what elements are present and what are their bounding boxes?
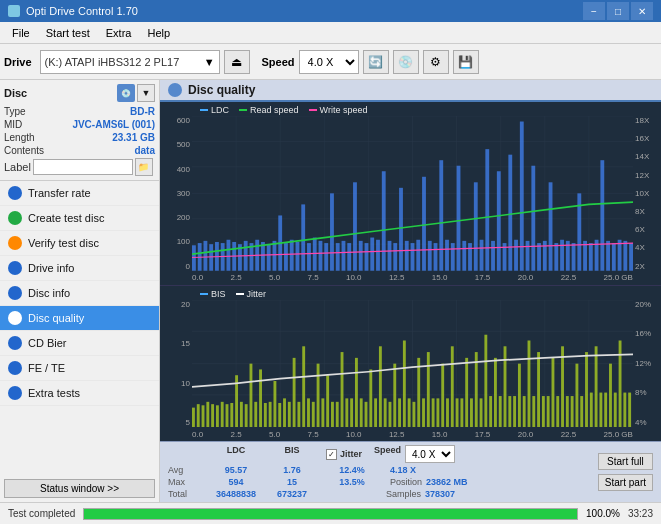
svg-rect-41 xyxy=(336,243,340,271)
sidebar-item-create-test-disc[interactable]: Create test disc xyxy=(0,206,159,231)
progress-label: 100.0% xyxy=(586,508,620,519)
create-test-disc-label: Create test disc xyxy=(28,212,104,224)
svg-rect-167 xyxy=(480,398,483,427)
menu-file[interactable]: File xyxy=(4,25,38,41)
svg-rect-152 xyxy=(408,398,411,427)
svg-rect-39 xyxy=(324,243,328,271)
sidebar-item-disc-info[interactable]: Disc info xyxy=(0,281,159,306)
sidebar-item-drive-info[interactable]: Drive info xyxy=(0,256,159,281)
svg-rect-114 xyxy=(226,404,229,427)
drive-selector[interactable]: (K:) ATAPI iHBS312 2 PL17 ▼ xyxy=(40,50,220,74)
refresh-button[interactable]: 🔄 xyxy=(363,50,389,74)
svg-rect-43 xyxy=(347,243,351,271)
settings-button[interactable]: ⚙ xyxy=(423,50,449,74)
svg-rect-111 xyxy=(211,404,214,427)
svg-rect-198 xyxy=(628,392,631,427)
sidebar-item-extra-tests[interactable]: Extra tests xyxy=(0,381,159,406)
svg-rect-46 xyxy=(365,243,369,271)
svg-rect-197 xyxy=(623,392,626,427)
svg-rect-67 xyxy=(485,149,489,271)
disc-quality-title: Disc quality xyxy=(188,83,255,97)
svg-rect-117 xyxy=(240,402,243,427)
svg-rect-37 xyxy=(313,238,317,271)
y-axis-left-1: 6005004003002001000 xyxy=(160,116,192,271)
svg-rect-188 xyxy=(580,396,583,427)
verify-test-disc-icon xyxy=(8,236,22,250)
disc-section-header: Disc xyxy=(4,87,27,99)
sidebar-item-cd-bier[interactable]: CD Bier xyxy=(0,331,159,356)
x-axis-1: 0.02.55.07.510.012.515.017.520.022.525.0… xyxy=(192,271,633,285)
minimize-button[interactable]: − xyxy=(583,2,605,20)
svg-rect-182 xyxy=(552,358,555,427)
svg-rect-34 xyxy=(296,242,300,271)
svg-rect-177 xyxy=(528,340,531,427)
svg-rect-74 xyxy=(526,241,530,271)
jitter-col-header: Jitter xyxy=(340,449,362,459)
stats-speed-select[interactable]: 4.0 XMax xyxy=(405,445,455,463)
toolbar: Drive (K:) ATAPI iHBS312 2 PL17 ▼ ⏏ Spee… xyxy=(0,44,661,80)
status-window-button[interactable]: Status window >> xyxy=(4,479,155,498)
legend-ldc: LDC xyxy=(211,105,229,115)
sidebar-item-fe-te[interactable]: FE / TE xyxy=(0,356,159,381)
max-bis: 15 xyxy=(266,477,318,487)
disc-quality-icon xyxy=(8,311,22,325)
sidebar-item-verify-test-disc[interactable]: Verify test disc xyxy=(0,231,159,256)
bis-chart: BIS Jitter 2015105 20%16%12%8%4% xyxy=(160,286,661,441)
svg-rect-145 xyxy=(374,398,377,427)
speed-select[interactable]: 4.0 X 2.0 X 8.0 X Max xyxy=(299,50,359,74)
charts-container: LDC Read speed Write speed 6005004003002… xyxy=(160,102,661,441)
label-browse-button[interactable]: 📁 xyxy=(135,158,153,176)
bis-chart-svg xyxy=(192,300,633,427)
svg-rect-121 xyxy=(259,369,262,427)
mid-value: JVC-AMS6L (001) xyxy=(72,119,155,130)
menu-help[interactable]: Help xyxy=(139,25,178,41)
label-input[interactable] xyxy=(33,159,133,175)
title-bar: Opti Drive Control 1.70 − □ ✕ xyxy=(0,0,661,22)
svg-rect-45 xyxy=(359,241,363,271)
position-label: Position xyxy=(390,477,422,487)
svg-rect-142 xyxy=(360,398,363,427)
eject-button[interactable]: ⏏ xyxy=(224,50,250,74)
svg-rect-173 xyxy=(508,396,511,427)
svg-rect-183 xyxy=(556,396,559,427)
start-part-button[interactable]: Start part xyxy=(598,474,653,491)
disc-button[interactable]: 💿 xyxy=(393,50,419,74)
svg-rect-47 xyxy=(370,238,374,271)
jitter-checkbox[interactable]: ✓ xyxy=(326,449,337,460)
samples-label: Samples xyxy=(386,489,421,499)
svg-rect-166 xyxy=(475,352,478,427)
samples-val: 378307 xyxy=(425,489,455,499)
maximize-button[interactable]: □ xyxy=(607,2,629,20)
svg-rect-138 xyxy=(341,352,344,427)
sidebar-item-transfer-rate[interactable]: Transfer rate xyxy=(0,181,159,206)
svg-rect-126 xyxy=(283,398,286,427)
svg-rect-38 xyxy=(319,241,323,271)
svg-rect-63 xyxy=(462,241,466,271)
svg-rect-36 xyxy=(307,243,311,271)
mid-key: MID xyxy=(4,119,22,130)
progress-bar-container xyxy=(83,508,578,520)
svg-rect-75 xyxy=(531,166,535,271)
drive-label: Drive xyxy=(4,56,32,68)
svg-rect-72 xyxy=(514,240,518,271)
disc-options-button[interactable]: ▼ xyxy=(137,84,155,102)
menu-extra[interactable]: Extra xyxy=(98,25,140,41)
contents-value: data xyxy=(134,145,155,156)
svg-rect-118 xyxy=(245,404,248,427)
svg-rect-35 xyxy=(301,204,305,270)
svg-rect-195 xyxy=(614,392,617,427)
save-button[interactable]: 💾 xyxy=(453,50,479,74)
close-button[interactable]: ✕ xyxy=(631,2,653,20)
svg-rect-109 xyxy=(202,405,205,427)
svg-rect-178 xyxy=(532,396,535,427)
svg-rect-157 xyxy=(432,398,435,427)
sidebar-item-disc-quality[interactable]: Disc quality xyxy=(0,306,159,331)
create-test-disc-icon xyxy=(8,211,22,225)
svg-rect-133 xyxy=(317,363,320,427)
svg-rect-171 xyxy=(499,396,502,427)
menu-start-test[interactable]: Start test xyxy=(38,25,98,41)
svg-rect-124 xyxy=(273,381,276,427)
svg-rect-77 xyxy=(543,241,547,271)
start-full-button[interactable]: Start full xyxy=(598,453,653,470)
drive-value: (K:) ATAPI iHBS312 2 PL17 xyxy=(45,56,180,68)
